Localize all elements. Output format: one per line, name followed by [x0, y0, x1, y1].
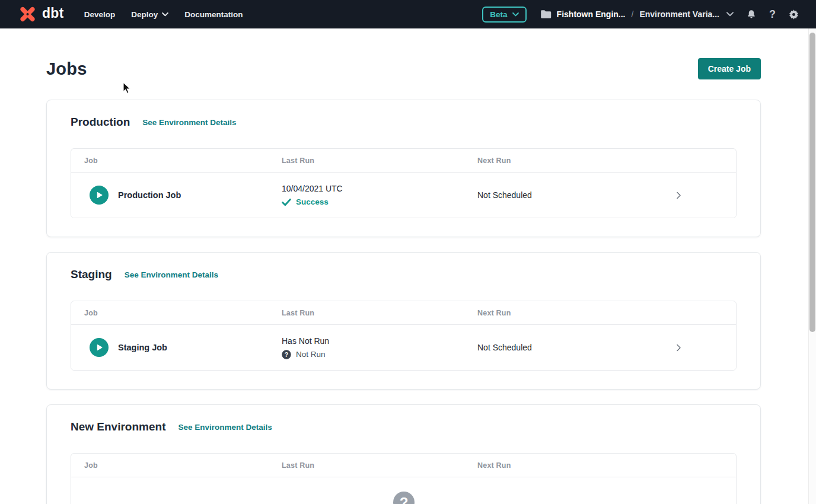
- job-name: Staging Job: [118, 343, 167, 352]
- dbt-logo-icon: [18, 5, 37, 23]
- question-circle-icon: ?: [282, 350, 291, 359]
- environment-name: Production: [71, 116, 130, 129]
- help-button[interactable]: ?: [769, 9, 776, 20]
- jobs-table-header: Job Last Run Next Run: [71, 149, 736, 173]
- jobs-table: Job Last Run Next Run Production Job 10/…: [71, 148, 737, 218]
- empty-jobs-placeholder: ?: [71, 477, 736, 504]
- see-environment-details-link[interactable]: See Environment Details: [178, 423, 272, 432]
- nav-item-deploy[interactable]: Deploy: [131, 10, 168, 19]
- job-name: Production Job: [118, 190, 181, 200]
- project-breadcrumb-selector[interactable]: Fishtown Engin... / Environment Varia...: [540, 9, 734, 19]
- job-cell: Production Job: [71, 186, 282, 205]
- dbt-home-link[interactable]: dbt: [18, 5, 64, 23]
- job-row-production-job[interactable]: Production Job 10/04/2021 UTC Success No…: [71, 173, 736, 218]
- column-header-next-run: Next Run: [477, 461, 674, 470]
- environment-header: Staging See Environment Details: [71, 268, 737, 281]
- play-icon: [95, 343, 103, 352]
- column-header-next-run: Next Run: [477, 157, 674, 165]
- column-header-last-run: Last Run: [282, 157, 477, 165]
- nav-item-develop[interactable]: Develop: [84, 10, 116, 19]
- notifications-button[interactable]: [746, 9, 757, 20]
- next-run-cell: Not Scheduled: [477, 343, 674, 352]
- nav-item-documentation[interactable]: Documentation: [184, 10, 243, 19]
- environment-card-production: Production See Environment Details Job L…: [46, 100, 761, 237]
- breadcrumb-current: Environment Varia...: [639, 9, 719, 19]
- column-header-job: Job: [71, 461, 282, 470]
- jobs-page: Jobs Create Job Production See Environme…: [0, 58, 816, 504]
- last-run-status: ? Not Run: [282, 350, 477, 359]
- chevron-down-icon: [512, 12, 519, 17]
- environment-header: Production See Environment Details: [71, 116, 737, 129]
- status-label: Success: [296, 197, 329, 206]
- nav-documentation-label: Documentation: [184, 10, 243, 19]
- column-header-job: Job: [71, 157, 282, 165]
- environment-header: New Environment See Environment Details: [71, 420, 737, 433]
- job-row-staging-job[interactable]: Staging Job Has Not Run ? Not Run: [71, 325, 736, 370]
- see-environment-details-link[interactable]: See Environment Details: [142, 118, 236, 127]
- run-job-button[interactable]: [90, 186, 109, 205]
- chevron-right-icon: [674, 343, 683, 353]
- jobs-table-header: Job Last Run Next Run: [71, 301, 736, 325]
- job-cell: Staging Job: [71, 338, 282, 357]
- breadcrumb-account: Fishtown Engin...: [557, 9, 626, 19]
- chevron-down-icon: [162, 12, 168, 17]
- last-run-date: Has Not Run: [282, 336, 477, 346]
- top-navbar: dbt Develop Deploy Documentation Beta: [0, 0, 816, 28]
- last-run-cell: Has Not Run ? Not Run: [282, 336, 477, 359]
- nav-deploy-label: Deploy: [131, 10, 158, 19]
- beta-label: Beta: [490, 10, 507, 19]
- column-header-last-run: Last Run: [282, 309, 477, 317]
- jobs-table: Job Last Run Next Run ?: [71, 453, 737, 504]
- beta-selector[interactable]: Beta: [482, 7, 526, 23]
- page-title: Jobs: [46, 59, 87, 79]
- play-icon: [95, 191, 103, 199]
- environment-card-new-environment: New Environment See Environment Details …: [46, 404, 761, 504]
- environment-name: New Environment: [71, 420, 165, 433]
- environment-card-staging: Staging See Environment Details Job Last…: [46, 252, 761, 390]
- breadcrumb-separator: /: [631, 9, 635, 19]
- settings-button[interactable]: [788, 9, 799, 20]
- environment-name: Staging: [71, 268, 112, 281]
- svg-text:?: ?: [399, 495, 408, 504]
- jobs-table: Job Last Run Next Run Staging Job Has No…: [71, 301, 737, 371]
- page-header: Jobs Create Job: [46, 58, 761, 79]
- brand-name: dbt: [42, 7, 64, 22]
- last-run-cell: 10/04/2021 UTC Success: [282, 184, 477, 206]
- bell-icon: [746, 9, 757, 20]
- vertical-scrollbar-track[interactable]: [808, 28, 816, 504]
- nav-develop-label: Develop: [84, 10, 116, 19]
- create-job-button[interactable]: Create Job: [698, 58, 761, 79]
- question-mark-icon: ?: [769, 9, 776, 20]
- jobs-table-header: Job Last Run Next Run: [71, 454, 736, 477]
- gear-icon: [788, 9, 799, 20]
- navbar-right: Beta Fishtown Engin... / Environment Var…: [482, 7, 799, 23]
- chevron-down-icon: [726, 12, 734, 17]
- open-job-chevron[interactable]: [674, 343, 736, 353]
- main-nav: Develop Deploy Documentation: [84, 10, 243, 19]
- question-circle-icon: ?: [393, 491, 415, 504]
- next-run-cell: Not Scheduled: [477, 190, 674, 200]
- folder-icon: [540, 9, 552, 19]
- column-header-job: Job: [71, 309, 282, 317]
- status-label: Not Run: [296, 350, 326, 359]
- run-job-button[interactable]: [90, 338, 109, 357]
- last-run-status: Success: [282, 197, 477, 206]
- see-environment-details-link[interactable]: See Environment Details: [125, 270, 218, 279]
- column-header-last-run: Last Run: [282, 461, 477, 470]
- open-job-chevron[interactable]: [674, 190, 736, 200]
- chevron-right-icon: [674, 190, 683, 200]
- svg-text:?: ?: [285, 351, 288, 358]
- check-icon: [282, 199, 291, 206]
- vertical-scrollbar-thumb[interactable]: [809, 33, 815, 332]
- column-header-next-run: Next Run: [477, 309, 674, 317]
- last-run-date: 10/04/2021 UTC: [282, 184, 477, 193]
